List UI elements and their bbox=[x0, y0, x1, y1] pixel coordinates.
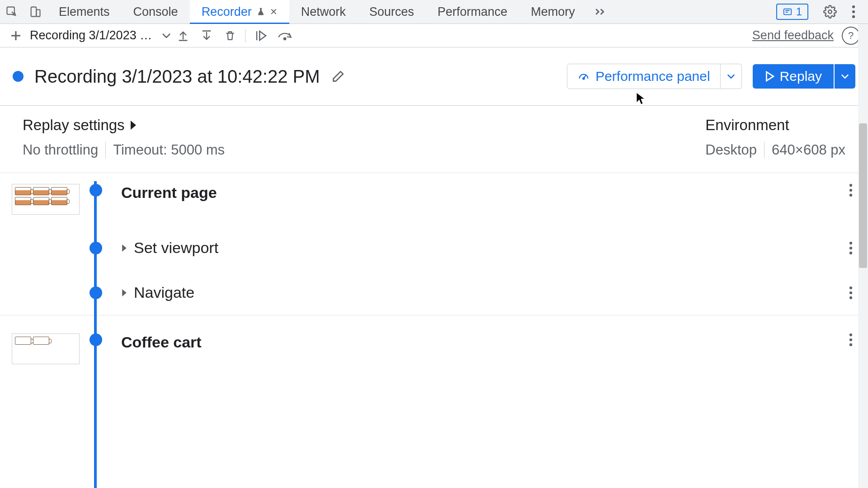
toolbar-divider bbox=[245, 29, 245, 42]
settings-environment-row: Replay settings No throttling Timeout: 5… bbox=[0, 106, 868, 173]
timeline-node-icon bbox=[90, 286, 102, 299]
timeline-node-icon bbox=[90, 242, 102, 254]
svg-point-15 bbox=[849, 251, 852, 254]
play-icon bbox=[764, 71, 774, 82]
svg-point-9 bbox=[583, 78, 585, 80]
step-title: Current page bbox=[121, 184, 849, 202]
svg-point-19 bbox=[849, 333, 852, 336]
import-recording-icon[interactable] bbox=[172, 24, 194, 47]
step-title-label: Navigate bbox=[134, 284, 194, 301]
svg-point-8 bbox=[284, 38, 286, 40]
svg-point-18 bbox=[849, 296, 852, 299]
inspect-element-icon[interactable] bbox=[0, 0, 24, 23]
tab-console[interactable]: Console bbox=[122, 0, 190, 23]
recording-status-dot bbox=[13, 71, 24, 82]
expand-triangle-icon[interactable] bbox=[122, 289, 127, 296]
step-over-icon[interactable] bbox=[274, 24, 296, 47]
help-icon[interactable]: ? bbox=[842, 27, 860, 45]
settings-gear-icon[interactable] bbox=[819, 1, 841, 23]
expand-triangle-icon[interactable] bbox=[122, 244, 127, 252]
step-thumbnail bbox=[12, 184, 80, 215]
chevron-right-icon bbox=[130, 121, 137, 130]
step-title: Coffee cart bbox=[121, 333, 849, 351]
tab-recorder[interactable]: Recorder ✕ bbox=[190, 0, 289, 23]
delete-recording-icon[interactable] bbox=[219, 24, 241, 47]
replay-chevron[interactable] bbox=[835, 64, 855, 89]
recording-picker-label: Recording 3/1/2023 at 10… bbox=[30, 28, 156, 42]
svg-point-12 bbox=[849, 194, 852, 197]
svg-point-14 bbox=[849, 246, 852, 249]
recording-header: Recording 3/1/2023 at 10:42:22 PM Perfor… bbox=[0, 47, 868, 106]
svg-point-11 bbox=[849, 189, 852, 192]
step-menu-icon[interactable] bbox=[849, 184, 856, 197]
svg-point-21 bbox=[849, 343, 852, 346]
svg-point-6 bbox=[852, 10, 855, 13]
tab-performance[interactable]: Performance bbox=[426, 0, 519, 23]
tabbar-right: 1 bbox=[776, 0, 868, 23]
close-tab-icon[interactable]: ✕ bbox=[270, 6, 278, 17]
env-device: Desktop bbox=[705, 142, 757, 158]
divider bbox=[764, 142, 764, 158]
throttle-value: No throttling bbox=[23, 142, 98, 158]
step-play-icon[interactable] bbox=[250, 24, 273, 47]
tabs-overflow-icon[interactable] bbox=[587, 0, 616, 23]
step-menu-icon[interactable] bbox=[849, 286, 856, 299]
performance-panel-split-button: Performance panel bbox=[567, 64, 741, 89]
timeline-node-icon bbox=[90, 333, 102, 346]
devtools-tabbar: Elements Console Recorder ✕ Network Sour… bbox=[0, 0, 868, 24]
step-navigate[interactable]: Navigate bbox=[0, 270, 868, 315]
new-recording-button[interactable] bbox=[5, 24, 27, 47]
svg-point-17 bbox=[849, 291, 852, 294]
timeout-value: Timeout: 5000 ms bbox=[113, 142, 225, 158]
tab-memory[interactable]: Memory bbox=[519, 0, 587, 23]
export-recording-icon[interactable] bbox=[195, 24, 218, 47]
svg-point-13 bbox=[849, 242, 852, 244]
send-feedback-link[interactable]: Send feedback bbox=[752, 28, 834, 42]
chevron-down-icon bbox=[162, 33, 171, 39]
svg-rect-2 bbox=[36, 9, 40, 16]
tabs-list: Elements Console Recorder ✕ Network Sour… bbox=[47, 0, 616, 23]
svg-point-7 bbox=[852, 15, 855, 18]
recording-picker[interactable]: Recording 3/1/2023 at 10… bbox=[30, 28, 171, 42]
gauge-icon bbox=[577, 70, 590, 83]
step-menu-icon[interactable] bbox=[849, 242, 856, 254]
device-toolbar-icon[interactable] bbox=[24, 0, 47, 23]
recording-title: Recording 3/1/2023 at 10:42:22 PM bbox=[34, 66, 320, 87]
step-set-viewport[interactable]: Set viewport bbox=[0, 225, 868, 270]
scroll-thumb[interactable] bbox=[859, 123, 867, 268]
performance-panel-button[interactable]: Performance panel bbox=[567, 64, 720, 89]
env-viewport: 640×608 px bbox=[772, 142, 845, 158]
experiment-flask-icon bbox=[256, 7, 265, 16]
step-title-label: Set viewport bbox=[134, 239, 218, 257]
step-coffee-cart[interactable]: Coffee cart bbox=[0, 315, 868, 375]
more-menu-icon[interactable] bbox=[843, 1, 864, 23]
replay-button[interactable]: Replay bbox=[753, 64, 834, 89]
performance-panel-chevron[interactable] bbox=[721, 64, 742, 89]
timeline-node-icon bbox=[90, 184, 102, 197]
step-menu-icon[interactable] bbox=[849, 333, 856, 346]
replay-settings-label: Replay settings bbox=[23, 117, 125, 134]
issues-count: 1 bbox=[796, 5, 802, 18]
step-current-page[interactable]: Current page bbox=[0, 173, 868, 225]
edit-title-icon[interactable] bbox=[331, 69, 345, 84]
step-thumbnail bbox=[12, 333, 80, 364]
tab-sources[interactable]: Sources bbox=[358, 0, 426, 23]
performance-panel-label: Performance panel bbox=[595, 69, 710, 84]
mouse-cursor-icon bbox=[636, 92, 646, 105]
replay-settings-toggle[interactable]: Replay settings bbox=[23, 117, 225, 134]
svg-point-16 bbox=[849, 286, 852, 289]
environment-heading: Environment bbox=[705, 117, 845, 134]
svg-point-10 bbox=[849, 184, 852, 187]
divider bbox=[105, 142, 106, 158]
issues-chip[interactable]: 1 bbox=[776, 4, 808, 20]
tab-elements[interactable]: Elements bbox=[47, 0, 122, 23]
tab-network[interactable]: Network bbox=[289, 0, 358, 23]
svg-rect-1 bbox=[31, 7, 37, 17]
replay-split-button: Replay bbox=[753, 64, 855, 89]
vertical-scrollbar[interactable] bbox=[858, 24, 868, 488]
svg-point-4 bbox=[828, 10, 832, 14]
replay-settings-summary: No throttling Timeout: 5000 ms bbox=[23, 142, 225, 158]
environment-summary: Desktop 640×608 px bbox=[705, 142, 845, 158]
recorder-toolbar: Recording 3/1/2023 at 10… Send feedback … bbox=[0, 24, 868, 47]
svg-point-5 bbox=[852, 5, 855, 8]
